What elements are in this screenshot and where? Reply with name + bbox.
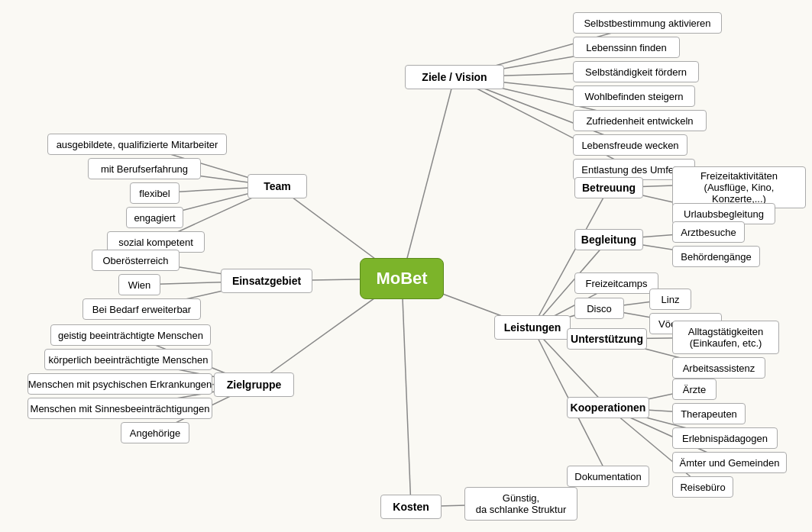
node-selbstaend: Selbständigkeit fördern: [573, 61, 699, 82]
node-flexibel: flexibel: [130, 182, 180, 204]
node-wien: Wien: [118, 274, 160, 295]
node-geistig: geistig beeinträchtigte Menschen: [50, 324, 211, 346]
node-betreuung: Betreuung: [574, 177, 643, 198]
node-koerper: körperlich beeinträchtigte Menschen: [44, 349, 212, 370]
svg-line-0: [402, 77, 455, 279]
node-arzt: Arztbesuche: [672, 221, 745, 243]
node-freizeit_akt: Freizeitaktivitäten (Ausflüge, Kino, Kon…: [672, 166, 806, 208]
center-node: MoBet: [360, 258, 444, 299]
node-erlebnis: Erlebnispädagogen: [672, 427, 778, 449]
node-lebensfreude: Lebensfreude wecken: [573, 134, 687, 156]
node-kosten: Kosten: [380, 495, 442, 519]
node-kooperation: Kooperationen: [567, 397, 649, 418]
node-guenstig: Günstig, da schlanke Struktur: [464, 487, 577, 521]
node-arbeits: Arbeitsassistenz: [672, 357, 765, 379]
node-zielgruppe: Zielgruppe: [214, 372, 294, 397]
node-leistungen: Leistungen: [494, 315, 571, 340]
node-team: Team: [247, 174, 307, 198]
node-aerzte: Ärzte: [672, 379, 717, 400]
node-begleitung: Begleitung: [574, 229, 643, 250]
node-linz: Linz: [649, 289, 691, 310]
node-beruf: mit Berufserfahrung: [88, 158, 201, 179]
node-zufried: Zufriedenheit entwickeln: [573, 110, 707, 131]
node-reise: Reisebüro: [672, 476, 733, 498]
node-wohlbef: Wohlbefinden steigern: [573, 85, 695, 107]
node-ziele: Ziele / Vision: [405, 65, 504, 89]
node-therapeuten: Therapeuten: [672, 403, 746, 424]
node-sinnes: Menschen mit Sinnesbeeinträchtigungen: [27, 398, 212, 419]
node-freizeitcamps: Freizeitcamps: [574, 272, 658, 294]
node-lebens: Lebenssinn finden: [573, 37, 680, 58]
node-behoerd: Behördengänge: [672, 246, 760, 267]
node-aemter: Ämter und Gemeinden: [672, 452, 787, 473]
node-disco: Disco: [574, 298, 624, 319]
node-angehoerige: Angehörige: [121, 422, 189, 443]
mindmap-canvas: MoBetZiele / VisionTeamEinsatzgebietZiel…: [0, 0, 812, 532]
node-ausgebildet: ausgebildete, qualifizierte Mitarbeiter: [47, 134, 227, 155]
node-engagiert: engagiert: [126, 207, 183, 228]
node-beibedarf: Bei Bedarf erweiterbar: [82, 298, 201, 320]
node-selbst: Selbstbestimmung aktivieren: [573, 12, 722, 34]
node-oberoest: Oberösterreich: [92, 250, 180, 271]
node-psych: Menschen mit psychischen Erkrankungen: [27, 373, 212, 395]
node-dokumentation: Dokumentation: [567, 466, 649, 487]
node-unterstuetzung: Unterstützung: [567, 328, 647, 350]
node-einsatz: Einsatzgebiet: [221, 269, 312, 293]
node-alltag: Alltagstätigkeiten (Einkaufen, etc.): [672, 321, 779, 354]
svg-line-5: [402, 279, 411, 507]
